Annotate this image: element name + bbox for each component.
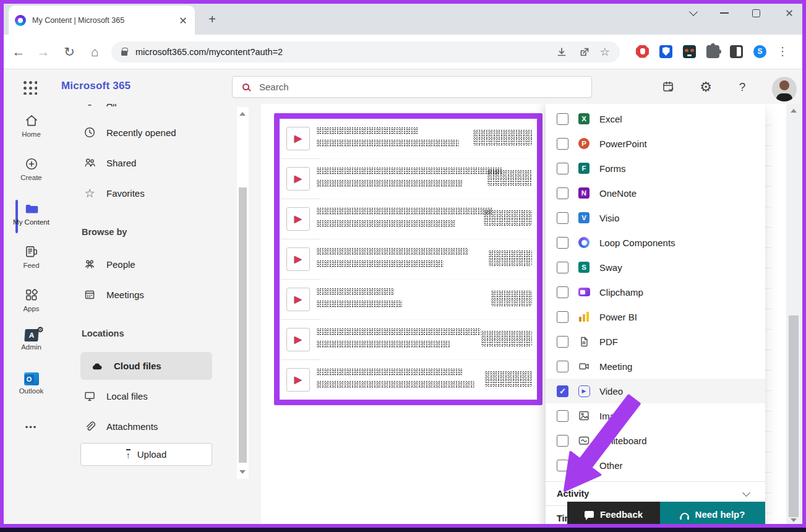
- filter-row-loop[interactable]: Loop Components: [546, 230, 765, 255]
- chevron-down-icon[interactable]: [742, 489, 750, 497]
- scroll-down-icon[interactable]: [239, 470, 246, 474]
- scroll-down-icon[interactable]: [791, 518, 797, 522]
- search-input[interactable]: [258, 81, 581, 93]
- sidebar-item-local-files[interactable]: Local files: [84, 386, 148, 406]
- rail-item-home[interactable]: Home: [4, 113, 59, 138]
- video-file-icon[interactable]: ▶: [286, 247, 310, 271]
- sidebar-item-recently-opened[interactable]: Recently opened: [84, 122, 176, 142]
- rail-item-my-content[interactable]: My Content: [4, 200, 59, 226]
- browser-tab[interactable]: My Content | Microsoft 365: [9, 6, 195, 35]
- filter-row-other[interactable]: Other: [546, 453, 765, 478]
- video-file-icon[interactable]: ▶: [286, 207, 310, 231]
- checkbox[interactable]: [557, 311, 568, 323]
- bookmark-star-icon[interactable]: ☆: [600, 45, 610, 59]
- brand-title[interactable]: Microsoft 365: [61, 80, 131, 92]
- settings-gear-icon[interactable]: ⚙: [697, 78, 715, 97]
- rail-item-outlook[interactable]: O Outlook: [4, 372, 59, 395]
- checkbox[interactable]: [557, 187, 568, 199]
- video-file-icon[interactable]: ▶: [286, 328, 310, 351]
- filter-row-sway[interactable]: S Sway: [546, 255, 765, 280]
- tasks-icon[interactable]: [659, 78, 678, 97]
- user-avatar[interactable]: [772, 77, 797, 101]
- filter-row-pdf[interactable]: PDF: [546, 329, 765, 354]
- filter-row-clipchamp[interactable]: Clipchamp: [546, 280, 765, 304]
- page-scroll-thumb[interactable]: [789, 315, 799, 517]
- sidebar-item-cloud-files[interactable]: Cloud files: [80, 352, 212, 380]
- sidebar-item-all[interactable]: All: [84, 104, 117, 113]
- checkbox[interactable]: [557, 262, 568, 273]
- checkbox[interactable]: [557, 113, 568, 125]
- filter-row-powerpoint[interactable]: P PowerPoint: [546, 131, 765, 156]
- tab-close-icon[interactable]: [178, 15, 189, 26]
- checkbox-checked[interactable]: ✓: [557, 385, 568, 397]
- browser-menu-icon[interactable]: ⋮: [777, 45, 789, 58]
- file-row[interactable]: ▶: [280, 119, 537, 159]
- minimize-icon[interactable]: [720, 12, 729, 14]
- page-scrollbar[interactable]: [786, 104, 801, 532]
- sidebar-item-meetings[interactable]: Meetings: [84, 285, 144, 304]
- checkbox[interactable]: [557, 410, 568, 422]
- adblock-extension-icon[interactable]: [636, 45, 649, 58]
- lock-icon[interactable]: [121, 51, 127, 56]
- sidebar-item-people[interactable]: People: [84, 254, 135, 274]
- home-icon[interactable]: ⌂: [86, 43, 103, 61]
- video-file-icon[interactable]: ▶: [286, 127, 310, 150]
- rail-item-more[interactable]: •••: [4, 423, 59, 432]
- sidebar-item-favorites[interactable]: ☆ Favorites: [84, 183, 145, 203]
- filter-row-whiteboard[interactable]: Whiteboard: [546, 428, 765, 453]
- file-row[interactable]: ▶: [280, 320, 537, 360]
- scroll-up-icon[interactable]: [791, 109, 797, 113]
- file-row[interactable]: ▶: [280, 360, 537, 400]
- rail-item-create[interactable]: Create: [4, 156, 59, 181]
- reload-icon[interactable]: ↻: [61, 43, 78, 61]
- address-bar[interactable]: microsoft365.com/mycontent?auth=2 ☆: [111, 41, 620, 62]
- help-icon[interactable]: ?: [733, 78, 752, 97]
- rail-item-admin[interactable]: A Admin: [4, 329, 59, 351]
- file-row[interactable]: ▶: [280, 199, 537, 239]
- filter-row-image[interactable]: Image: [546, 403, 765, 428]
- skull-extension-icon[interactable]: [683, 45, 696, 58]
- checkbox[interactable]: [557, 361, 568, 372]
- dark-mode-extension-icon[interactable]: [730, 45, 743, 58]
- file-row[interactable]: ▶: [280, 239, 537, 280]
- extensions-puzzle-icon[interactable]: [706, 45, 719, 58]
- filter-row-power-bi[interactable]: Power BI: [546, 304, 765, 329]
- rail-item-feed[interactable]: Feed: [4, 244, 59, 269]
- filter-row-video[interactable]: ✓ ▶ Video: [546, 379, 765, 403]
- window-close-icon[interactable]: [784, 7, 795, 19]
- search-bar[interactable]: [232, 76, 592, 98]
- scroll-up-icon[interactable]: [239, 112, 246, 116]
- back-icon[interactable]: ←: [10, 43, 27, 61]
- checkbox[interactable]: [557, 163, 568, 174]
- bitwarden-extension-icon[interactable]: [659, 45, 672, 58]
- sidebar-scroll-thumb[interactable]: [239, 187, 247, 463]
- need-help-button[interactable]: Need help?: [660, 502, 765, 527]
- checkbox[interactable]: [557, 460, 568, 471]
- rail-item-apps[interactable]: Apps: [4, 287, 59, 312]
- sidebar-scrollbar[interactable]: [237, 107, 249, 479]
- download-icon[interactable]: [554, 46, 569, 58]
- feedback-button[interactable]: Feedback: [567, 502, 660, 527]
- filter-row-forms[interactable]: F Forms: [546, 156, 765, 181]
- video-file-icon[interactable]: ▶: [286, 167, 310, 191]
- video-file-icon[interactable]: ▶: [286, 288, 310, 311]
- maximize-icon[interactable]: [752, 9, 760, 17]
- filter-row-excel[interactable]: X Excel: [546, 106, 765, 131]
- sidebar-item-shared[interactable]: Shared: [84, 153, 136, 173]
- filter-row-onenote[interactable]: N OneNote: [546, 181, 765, 205]
- checkbox[interactable]: [557, 435, 568, 447]
- file-row[interactable]: ▶: [280, 280, 537, 320]
- app-launcher-icon[interactable]: [22, 79, 37, 95]
- new-tab-button[interactable]: +: [204, 11, 220, 27]
- video-file-icon[interactable]: ▶: [286, 368, 310, 392]
- forward-icon[interactable]: →: [35, 43, 52, 61]
- filter-row-visio[interactable]: V Visio: [546, 205, 765, 230]
- share-icon[interactable]: [577, 46, 592, 58]
- sider-extension-icon[interactable]: S: [753, 45, 766, 58]
- checkbox[interactable]: [557, 138, 568, 150]
- checkbox[interactable]: [557, 237, 568, 249]
- upload-button[interactable]: ↑ Upload: [80, 443, 212, 466]
- checkbox[interactable]: [557, 336, 568, 348]
- checkbox[interactable]: [557, 212, 568, 224]
- filter-row-meeting[interactable]: Meeting: [546, 354, 765, 379]
